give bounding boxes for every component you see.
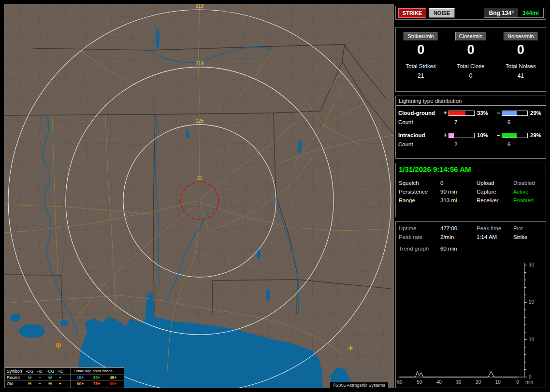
legend-old-row: Old ⊖ − ⊕ + 60+ 75+ 90+ xyxy=(5,380,124,387)
ic-plus-bar xyxy=(449,133,475,138)
close-per-min-value: 0 xyxy=(446,42,495,57)
strike-symbol-+CG xyxy=(57,343,61,348)
ic-minus-count: 6 xyxy=(502,141,528,147)
trend-x-tick: 20 xyxy=(476,379,481,385)
strikes-per-min-value: 0 xyxy=(396,42,446,57)
legend-old-label: Old xyxy=(7,381,25,386)
strikes-per-min-chip[interactable]: Strikes/min xyxy=(404,32,437,41)
toolbar: STRIKE NOISE Bng 134° 344mi xyxy=(395,6,546,20)
legend-col-pos-cg: +CG xyxy=(45,369,55,374)
total-close-value: 0 xyxy=(446,72,495,79)
trend-x-tick: 10 xyxy=(495,379,501,385)
trend-graph: 01020306050403020100min xyxy=(396,259,546,388)
legend-col-neg-ic: -IC xyxy=(35,369,45,374)
plot-value: Strike xyxy=(513,234,546,240)
squelch-label: Squelch xyxy=(399,180,440,186)
count-label: Count xyxy=(398,141,442,147)
ic-minus-bar xyxy=(502,133,528,138)
noise-button[interactable]: NOISE xyxy=(429,8,455,18)
status-grid: Uptime 477:00 Peak time Plot Peak rate 2… xyxy=(396,222,546,240)
map-legend: Symbols -CG -IC +CG +IC Strike age color… xyxy=(5,367,124,388)
lightning-map[interactable]: 31321912531 Symbols -CG -IC +CG +IC Stri… xyxy=(4,4,394,388)
range-ring-label: 125 xyxy=(196,118,204,124)
ic-plus-pct: 10% xyxy=(475,132,495,138)
minus-sign: − xyxy=(495,132,502,139)
trend-x-tick: 60 xyxy=(397,379,403,385)
total-strikes-value: 21 xyxy=(396,72,446,79)
squelch-value: 0 xyxy=(440,180,477,186)
age-30: 30+ xyxy=(88,375,105,380)
peak-time-label: Peak time xyxy=(477,225,513,231)
ic-plus-count: 2 xyxy=(449,141,475,147)
trend-y-tick: 0 xyxy=(529,374,532,379)
trend-x-tick: 50 xyxy=(417,379,422,385)
settings-grid: Squelch 0 Upload Disabled Persistence 90… xyxy=(396,176,546,203)
plot-label: Plot xyxy=(513,225,546,231)
counter-strikes: Strikes/min 0 Total Strikes 21 xyxy=(396,28,446,91)
legend-divider xyxy=(70,368,71,388)
age-15: 15+ xyxy=(72,375,88,380)
neg-cg-recent-icon: ⊖ xyxy=(25,375,35,380)
trend-window-value: 60 min xyxy=(440,246,546,252)
cloud-ground-label: Cloud-ground xyxy=(398,110,442,116)
status-panel: Uptime 477:00 Peak time Plot Peak rate 2… xyxy=(395,221,546,388)
uptime-label: Uptime xyxy=(399,225,440,231)
intracloud-label: Intracloud xyxy=(398,132,442,138)
cg-plus-bar-fill xyxy=(449,111,465,115)
plus-sign: + xyxy=(442,110,449,116)
distribution-title: Lightning type distribution xyxy=(396,96,546,106)
close-per-min-chip[interactable]: Close/min xyxy=(455,32,487,41)
strike-button[interactable]: STRIKE xyxy=(398,8,426,18)
trend-series-Strike xyxy=(400,371,518,377)
upload-label: Upload xyxy=(477,180,513,186)
trend-x-tick: 30 xyxy=(456,379,462,385)
trend-x-tick: 0 xyxy=(516,379,519,385)
trend-x-tick: 40 xyxy=(436,379,442,385)
count-label: Count xyxy=(398,119,442,125)
total-noises-label: Total Noises xyxy=(496,63,546,69)
total-strikes-label: Total Strikes xyxy=(396,63,446,69)
bearing-display: Bng 134° 344mi xyxy=(484,8,544,18)
capture-status: Active xyxy=(513,189,546,195)
trend-label-row: Trend graph 60 min xyxy=(396,240,546,252)
receiver-label: Receiver xyxy=(477,197,513,203)
legend-header-row: Symbols -CG -IC +CG +IC Strike age color… xyxy=(5,368,124,374)
distribution-panel: Lightning type distribution Cloud-ground… xyxy=(395,96,546,159)
age-60: 60+ xyxy=(72,381,88,386)
cg-minus-pct: 29% xyxy=(528,110,547,116)
cg-plus-pct: 33% xyxy=(475,110,495,116)
total-noises-value: 41 xyxy=(496,72,546,79)
ic-minus-pct: 29% xyxy=(528,132,547,138)
cg-plus-bar xyxy=(449,111,475,116)
cg-minus-bar xyxy=(502,111,528,116)
trend-y-tick: 10 xyxy=(529,337,535,342)
range-value: 313 mi xyxy=(440,197,477,203)
trend-x-unit: min xyxy=(525,379,533,385)
map-canvas: 31321912531 xyxy=(4,4,394,388)
legend-col-pos-ic: +IC xyxy=(55,369,65,374)
range-ring-label: 313 xyxy=(196,4,204,9)
uptime-value: 477:00 xyxy=(440,225,477,231)
intracloud-row: Intracloud + 10% − 29% xyxy=(396,132,546,139)
datetime-display: 1/31/2026 9:14:56 AM xyxy=(396,163,546,176)
bearing-label: Bng 134° xyxy=(484,8,518,17)
age-90: 90+ xyxy=(105,381,121,386)
cg-plus-count: 7 xyxy=(449,119,475,125)
cg-minus-count: 6 xyxy=(502,119,528,125)
total-close-label: Total Close xyxy=(446,63,495,69)
legend-recent-row: Recent ⊖ − ⊕ + 15+ 30+ 45+ xyxy=(5,374,124,380)
legend-recent-label: Recent xyxy=(7,375,25,380)
cloud-ground-row: Cloud-ground + 33% − 29% xyxy=(396,110,546,116)
pos-cg-old-icon: ⊕ xyxy=(45,381,55,386)
trend-y-tick: 20 xyxy=(529,299,535,305)
persistence-label: Persistence xyxy=(399,189,440,195)
settings-panel: 1/31/2026 9:14:56 AM Squelch 0 Upload Di… xyxy=(395,163,546,217)
neg-ic-recent-icon: − xyxy=(35,375,45,380)
noises-per-min-chip[interactable]: Noises/min xyxy=(504,32,537,41)
capture-label: Capture xyxy=(477,189,513,195)
ic-minus-bar-fill xyxy=(502,133,517,138)
receiver-status: Enabled xyxy=(513,197,546,203)
peak-rate-value: 2/min xyxy=(440,234,477,240)
range-ring-label: 219 xyxy=(196,61,204,66)
copyright: ©2005 Astrogenic Systems xyxy=(330,382,388,388)
